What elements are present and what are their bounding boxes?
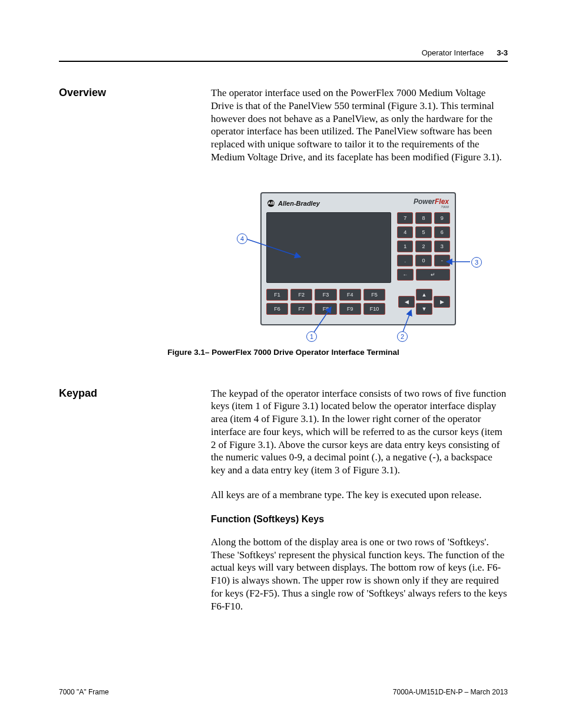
key-4[interactable]: 4 bbox=[397, 226, 413, 238]
footer-left: 7000 "A" Frame bbox=[59, 688, 109, 696]
function-keys: F1 F2 F3 F4 F5 F6 F7 F8 F9 F10 bbox=[266, 289, 385, 315]
callout-4: 4 bbox=[237, 233, 247, 244]
key-minus[interactable]: - bbox=[434, 255, 450, 266]
softkeys-subheading: Function (Softkeys) Keys bbox=[211, 513, 508, 525]
softkeys-para: Along the bottom of the display area is … bbox=[211, 536, 508, 613]
terminal-panel: AB Allen-Bradley PowerFlex 7000 7 bbox=[260, 192, 456, 325]
key-f9[interactable]: F9 bbox=[339, 303, 361, 315]
key-0[interactable]: 0 bbox=[415, 255, 431, 266]
key-right[interactable]: ▶ bbox=[434, 296, 450, 308]
key-2[interactable]: 2 bbox=[415, 241, 431, 252]
key-f3[interactable]: F3 bbox=[315, 289, 336, 301]
callout-1: 1 bbox=[306, 331, 317, 342]
figure-caption: Figure 3.1– PowerFlex 7000 Drive Operato… bbox=[59, 348, 508, 357]
key-enter[interactable]: ↵ bbox=[416, 269, 450, 281]
key-3[interactable]: 3 bbox=[434, 241, 450, 252]
footer-right: 7000A-UM151D-EN-P – March 2013 bbox=[393, 688, 508, 696]
key-6[interactable]: 6 bbox=[434, 226, 450, 238]
keypad-para-1: The keypad of the operator interface con… bbox=[211, 387, 508, 477]
ab-text: Allen-Bradley bbox=[278, 200, 320, 207]
allen-bradley-logo: AB Allen-Bradley bbox=[267, 200, 320, 207]
key-f1[interactable]: F1 bbox=[266, 289, 288, 301]
key-1[interactable]: 1 bbox=[397, 241, 413, 252]
key-backspace[interactable]: ← bbox=[397, 269, 414, 281]
ab-badge-icon: AB bbox=[267, 200, 275, 207]
key-8[interactable]: 8 bbox=[415, 212, 431, 224]
key-f10[interactable]: F10 bbox=[363, 303, 385, 315]
callout-2: 2 bbox=[397, 331, 408, 342]
key-5[interactable]: 5 bbox=[415, 226, 431, 238]
key-f2[interactable]: F2 bbox=[290, 289, 312, 301]
key-f5[interactable]: F5 bbox=[363, 289, 385, 301]
key-left[interactable]: ◀ bbox=[398, 296, 415, 308]
pf-a: Power bbox=[414, 197, 435, 206]
key-f7[interactable]: F7 bbox=[290, 303, 312, 315]
key-9[interactable]: 9 bbox=[434, 212, 450, 224]
cursor-keys: ▲ ▼ ◀ ▶ bbox=[397, 289, 450, 315]
key-f8[interactable]: F8 bbox=[315, 303, 336, 315]
key-dot[interactable]: . bbox=[397, 255, 413, 266]
keypad-heading: Keypad bbox=[59, 387, 199, 400]
key-f4[interactable]: F4 bbox=[339, 289, 361, 301]
key-7[interactable]: 7 bbox=[397, 212, 413, 224]
overview-heading: Overview bbox=[59, 87, 199, 99]
key-f6[interactable]: F6 bbox=[266, 303, 288, 315]
display-area bbox=[266, 212, 391, 283]
overview-paragraph: The operator interface used on the Power… bbox=[211, 87, 508, 164]
running-section: Operator Interface bbox=[422, 48, 484, 57]
top-rule bbox=[59, 61, 508, 62]
key-down[interactable]: ▼ bbox=[416, 303, 432, 315]
callout-3: 3 bbox=[471, 257, 482, 268]
keypad-para-2: All keys are of a membrane type. The key… bbox=[211, 489, 508, 502]
numeric-keypad: 7 8 9 4 5 6 1 2 3 bbox=[397, 212, 450, 283]
key-up[interactable]: ▲ bbox=[416, 289, 432, 301]
figure-3-1: AB Allen-Bradley PowerFlex 7000 7 bbox=[236, 192, 483, 340]
page-number: 3-3 bbox=[497, 48, 508, 57]
